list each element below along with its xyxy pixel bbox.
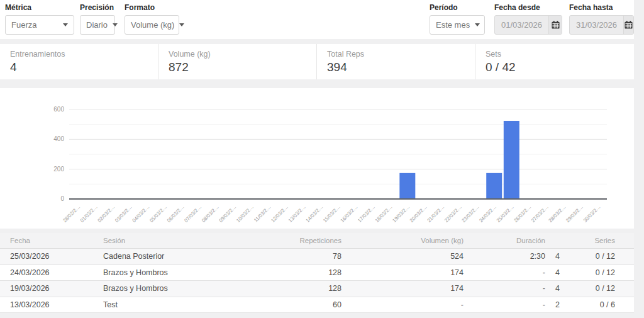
precision-select[interactable]: Diario xyxy=(80,15,115,35)
date-from-value: 01/03/2026 xyxy=(495,16,548,34)
column-header: Repeticiones xyxy=(238,237,341,244)
table-body: 25/03/2026Cadena Posterior785242:3040 / … xyxy=(0,249,634,313)
y-axis-tick-label: 0 xyxy=(60,195,64,202)
stat-label: Sets xyxy=(486,50,624,59)
x-axis-tick-label: 15/03/2… xyxy=(322,204,341,224)
x-axis-tick-label: 10/03/2… xyxy=(235,204,255,224)
chevron-down-icon xyxy=(179,23,184,26)
table-cell: 13/03/2026 xyxy=(0,300,93,309)
table-cell: Cadena Posterior xyxy=(93,252,238,261)
chevron-down-icon xyxy=(63,23,68,26)
chart-bar[interactable] xyxy=(504,121,519,199)
chevron-down-icon xyxy=(475,23,480,26)
x-axis-tick-label: 12/03/2… xyxy=(270,204,289,224)
precision-label: Precisión xyxy=(80,3,115,12)
x-axis-tick-label: 01/03/2… xyxy=(79,204,99,224)
table-cell: Test xyxy=(93,300,238,309)
filter-bar: Métrica Fuerza Precisión Diario Formato … xyxy=(0,0,634,39)
table-cell: - xyxy=(341,300,464,309)
x-axis-tick-label: 16/03/2… xyxy=(340,204,359,224)
x-axis-tick-label: 08/03/2… xyxy=(201,204,220,224)
table-cell: 0 / 12 xyxy=(560,268,634,277)
table-cell: 2 xyxy=(545,300,560,309)
x-axis-tick-label: 09/03/2… xyxy=(218,204,238,224)
table-cell: 128 xyxy=(238,268,341,277)
column-header: Series xyxy=(560,237,634,244)
table-cell: - xyxy=(464,268,545,277)
table-cell: 2:30 xyxy=(464,252,545,261)
chart-bar[interactable] xyxy=(486,173,502,199)
table-cell: 174 xyxy=(341,268,464,277)
x-axis-tick-label: 18/03/2… xyxy=(374,204,394,224)
stat-volume: Volume (kg) 872 xyxy=(158,44,317,79)
x-axis-tick-label: 24/03/2… xyxy=(478,204,497,224)
x-axis-tick-label: 04/03/2… xyxy=(131,204,151,224)
column-header: Sesión xyxy=(93,237,238,244)
table-cell: 25/03/2026 xyxy=(0,252,93,261)
x-axis-tick-label: 03/03/2… xyxy=(114,204,133,224)
column-header: Duración xyxy=(464,237,545,244)
x-axis-tick-label: 28/03/2… xyxy=(548,204,567,224)
stat-value: 394 xyxy=(327,60,465,74)
date-from-label: Fecha desde xyxy=(494,3,562,12)
date-from-input[interactable]: 01/03/2026 xyxy=(494,15,562,35)
format-label: Formato xyxy=(125,3,179,12)
chevron-down-icon xyxy=(113,23,118,26)
column-header: Volumen (kg) xyxy=(341,237,464,244)
date-to-filter: Fecha hasta 31/03/2026 xyxy=(569,3,634,35)
date-to-calendar-button[interactable] xyxy=(623,16,633,34)
metric-label: Métrica xyxy=(5,3,74,12)
x-axis-tick-label: 05/03/2… xyxy=(148,204,168,224)
stat-entrenamientos: Entrenamientos 4 xyxy=(0,44,158,79)
table-cell: 4 xyxy=(545,252,560,261)
table-row: 24/03/2026Brazos y Hombros128174-40 / 12 xyxy=(0,265,634,281)
metric-select[interactable]: Fuerza xyxy=(5,15,74,35)
table-cell: Brazos y Hombros xyxy=(93,268,238,277)
x-axis-tick-label: 14/03/2… xyxy=(304,204,324,224)
table-cell: - xyxy=(464,300,545,309)
x-axis-tick-label: 28/02/2… xyxy=(62,204,81,224)
x-axis-tick-label: 25/03/2… xyxy=(496,204,515,224)
table-cell: Brazos y Hombros xyxy=(93,284,238,293)
format-value: Volume (kg) xyxy=(131,20,174,30)
date-from-filter: Fecha desde 01/03/2026 xyxy=(494,3,562,35)
x-axis-tick-label: 11/03/2… xyxy=(253,204,272,223)
x-axis-tick-label: 02/03/2… xyxy=(96,204,116,224)
precision-value: Diario xyxy=(86,20,108,30)
y-axis-tick-label: 400 xyxy=(53,135,64,142)
x-axis-tick-label: 06/03/2… xyxy=(166,204,186,224)
x-axis-tick-label: 21/03/2… xyxy=(426,204,445,224)
x-axis-tick-label: 30/03/2… xyxy=(582,204,602,224)
period-select[interactable]: Este mes xyxy=(430,15,485,35)
table-cell: 60 xyxy=(238,300,341,309)
x-axis-tick-label: 07/03/2… xyxy=(183,204,203,224)
y-axis-tick-label: 600 xyxy=(53,106,64,113)
stat-label: Total Reps xyxy=(327,50,465,59)
table-cell: 0 / 12 xyxy=(560,252,634,261)
summary-stats: Entrenamientos 4 Volume (kg) 872 Total R… xyxy=(0,44,634,79)
x-axis-tick-label: 29/03/2… xyxy=(565,204,584,224)
x-axis-tick-label: 20/03/2… xyxy=(409,204,428,224)
stat-value: 872 xyxy=(169,60,306,74)
period-filter: Período Este mes xyxy=(430,3,485,35)
date-to-input[interactable]: 31/03/2026 xyxy=(569,15,634,35)
x-axis-tick-label: 23/03/2… xyxy=(461,204,480,224)
date-from-calendar-button[interactable] xyxy=(548,16,562,34)
table-cell: 19/03/2026 xyxy=(0,284,93,293)
column-header: Fecha xyxy=(0,237,93,244)
stat-value: 4 xyxy=(10,60,148,74)
table-header-row: FechaSesiónRepeticionesVolumen (kg)Durac… xyxy=(0,233,634,249)
calendar-icon xyxy=(552,21,560,29)
table-cell: 4 xyxy=(545,284,560,293)
format-filter: Formato Volume (kg) xyxy=(125,3,179,35)
table-row: 25/03/2026Cadena Posterior785242:3040 / … xyxy=(0,249,634,265)
chart-bar[interactable] xyxy=(399,173,415,199)
x-axis-tick-label: 27/03/2… xyxy=(530,204,550,224)
table-cell: 524 xyxy=(341,252,464,261)
metric-filter: Métrica Fuerza xyxy=(5,3,74,35)
x-axis-tick-label: 17/03/2… xyxy=(357,204,376,224)
sessions-table: FechaSesiónRepeticionesVolumen (kg)Durac… xyxy=(0,233,634,313)
metric-value: Fuerza xyxy=(11,20,36,30)
x-axis-tick-label: 22/03/2… xyxy=(443,204,463,224)
format-select[interactable]: Volume (kg) xyxy=(125,15,179,35)
